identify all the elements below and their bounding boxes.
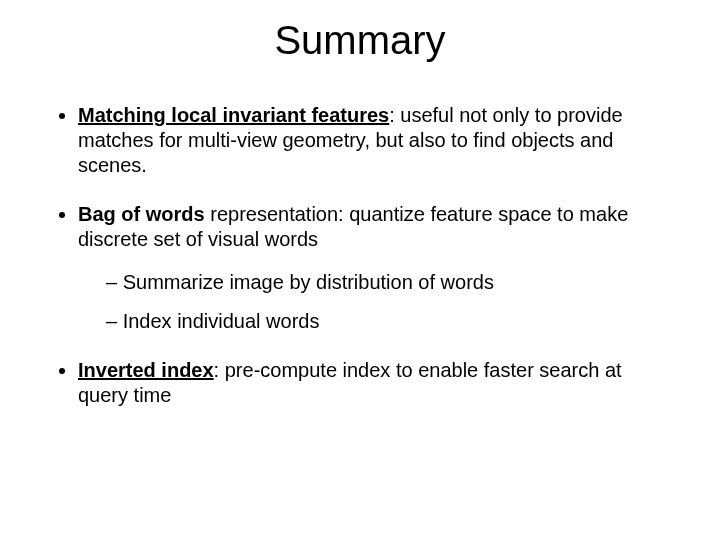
slide: Summary Matching local invariant feature…: [0, 0, 720, 540]
slide-title: Summary: [50, 18, 670, 63]
bullet-item: Inverted index: pre-compute index to ena…: [78, 358, 670, 408]
bullet-lead-text: Matching local invariant features: [78, 104, 389, 126]
bullet-item: Matching local invariant features: usefu…: [78, 103, 670, 178]
sub-bullet-item: Index individual words: [106, 309, 670, 334]
bullet-lead-text: Bag of words: [78, 203, 205, 225]
sub-bullet-list: Summarize image by distribution of words…: [78, 270, 670, 334]
bullet-lead-text: Inverted index: [78, 359, 214, 381]
sub-bullet-item: Summarize image by distribution of words: [106, 270, 670, 295]
bullet-list: Matching local invariant features: usefu…: [50, 103, 670, 408]
bullet-item: Bag of words representation: quantize fe…: [78, 202, 670, 334]
